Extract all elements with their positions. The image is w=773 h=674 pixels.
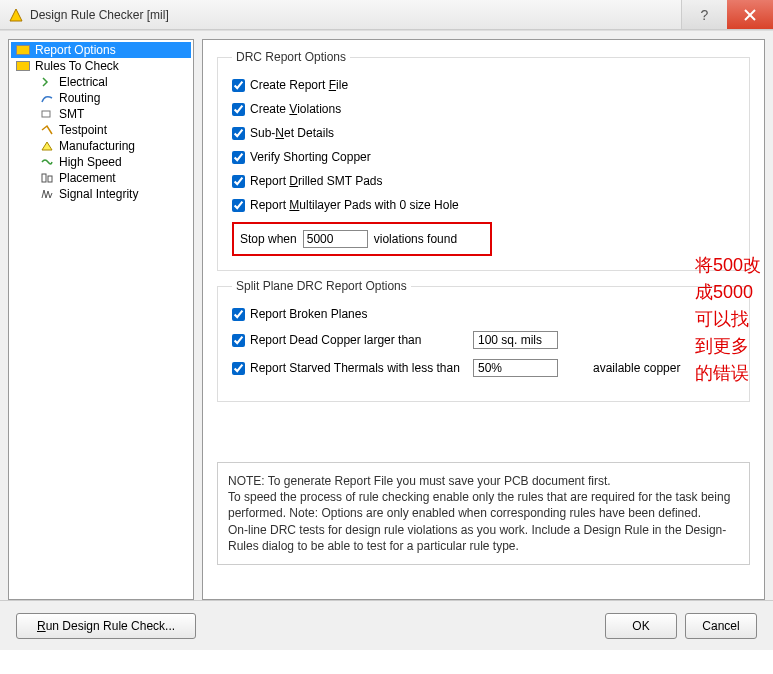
subnet-details-label[interactable]: Sub-Net Details — [250, 126, 334, 140]
stop-when-input[interactable] — [303, 230, 368, 248]
verify-shorting-checkbox[interactable] — [232, 151, 245, 164]
stop-when-label-post: violations found — [374, 232, 457, 246]
drc-legend: DRC Report Options — [232, 50, 350, 64]
starved-thermals-suffix: available copper — [593, 361, 680, 375]
svg-rect-3 — [42, 111, 50, 117]
annotation-text: 将500改成5000 可以找到更多的错误 — [695, 252, 764, 387]
nav-tree[interactable]: Report Options Rules To Check Electrical… — [8, 39, 194, 600]
svg-rect-5 — [42, 174, 46, 182]
bottom-bar: Run Design Rule Check... OK Cancel — [0, 600, 773, 650]
dead-copper-checkbox[interactable] — [232, 334, 245, 347]
dead-copper-input[interactable] — [473, 331, 558, 349]
broken-planes-label[interactable]: Report Broken Planes — [250, 307, 367, 321]
tree-item-manufacturing[interactable]: Manufacturing — [11, 138, 191, 154]
stop-when-label-pre: Stop when — [240, 232, 297, 246]
options-icon — [15, 59, 31, 73]
report-multilayer-label[interactable]: Report Multilayer Pads with 0 size Hole — [250, 198, 459, 212]
starved-thermals-checkbox[interactable] — [232, 362, 245, 375]
stop-when-row: Stop when violations found — [232, 222, 492, 256]
report-drilled-label[interactable]: Report Drilled SMT Pads — [250, 174, 383, 188]
content-panel: DRC Report Options Create Report File Cr… — [202, 39, 765, 600]
subnet-details-checkbox[interactable] — [232, 127, 245, 140]
drc-report-options-group: DRC Report Options Create Report File Cr… — [217, 50, 750, 271]
smt-icon — [39, 107, 55, 121]
tree-item-signal-integrity[interactable]: Signal Integrity — [11, 186, 191, 202]
report-multilayer-checkbox[interactable] — [232, 199, 245, 212]
create-violations-checkbox[interactable] — [232, 103, 245, 116]
tree-label: Electrical — [59, 75, 108, 89]
window-title: Design Rule Checker [mil] — [30, 8, 681, 22]
close-button[interactable] — [727, 0, 773, 29]
options-icon — [15, 43, 31, 57]
tree-label: Placement — [59, 171, 116, 185]
create-report-file-checkbox[interactable] — [232, 79, 245, 92]
note-box: NOTE: To generate Report File you must s… — [217, 462, 750, 565]
tree-item-rules-to-check[interactable]: Rules To Check — [11, 58, 191, 74]
signal-icon — [39, 187, 55, 201]
tree-item-high-speed[interactable]: High Speed — [11, 154, 191, 170]
tree-item-placement[interactable]: Placement — [11, 170, 191, 186]
tree-item-smt[interactable]: SMT — [11, 106, 191, 122]
note-text: NOTE: To generate Report File you must s… — [228, 473, 739, 554]
tree-item-testpoint[interactable]: Testpoint — [11, 122, 191, 138]
manufacturing-icon — [39, 139, 55, 153]
create-report-file-label[interactable]: Create Report File — [250, 78, 348, 92]
svg-rect-6 — [48, 176, 52, 182]
broken-planes-checkbox[interactable] — [232, 308, 245, 321]
report-drilled-checkbox[interactable] — [232, 175, 245, 188]
ok-button[interactable]: OK — [605, 613, 677, 639]
starved-thermals-input[interactable] — [473, 359, 558, 377]
tree-item-electrical[interactable]: Electrical — [11, 74, 191, 90]
tree-item-routing[interactable]: Routing — [11, 90, 191, 106]
electrical-icon — [39, 75, 55, 89]
help-button[interactable]: ? — [681, 0, 727, 29]
tree-label: Signal Integrity — [59, 187, 138, 201]
svg-marker-4 — [42, 142, 52, 150]
tree-label: High Speed — [59, 155, 122, 169]
routing-icon — [39, 91, 55, 105]
verify-shorting-label[interactable]: Verify Shorting Copper — [250, 150, 371, 164]
svg-marker-0 — [10, 9, 22, 21]
title-bar: Design Rule Checker [mil] ? — [0, 0, 773, 30]
highspeed-icon — [39, 155, 55, 169]
tree-label: Rules To Check — [35, 59, 119, 73]
tree-label: SMT — [59, 107, 84, 121]
tree-label: Testpoint — [59, 123, 107, 137]
cancel-button[interactable]: Cancel — [685, 613, 757, 639]
split-plane-options-group: Split Plane DRC Report Options Report Br… — [217, 279, 750, 402]
split-plane-legend: Split Plane DRC Report Options — [232, 279, 411, 293]
dead-copper-label[interactable]: Report Dead Copper larger than — [250, 333, 460, 347]
placement-icon — [39, 171, 55, 185]
testpoint-icon — [39, 123, 55, 137]
tree-label: Report Options — [35, 43, 116, 57]
starved-thermals-label[interactable]: Report Starved Thermals with less than — [250, 361, 460, 375]
tree-label: Routing — [59, 91, 100, 105]
tree-item-report-options[interactable]: Report Options — [11, 42, 191, 58]
create-violations-label[interactable]: Create Violations — [250, 102, 341, 116]
run-drc-button[interactable]: Run Design Rule Check... — [16, 613, 196, 639]
tree-label: Manufacturing — [59, 139, 135, 153]
app-icon — [8, 7, 24, 23]
